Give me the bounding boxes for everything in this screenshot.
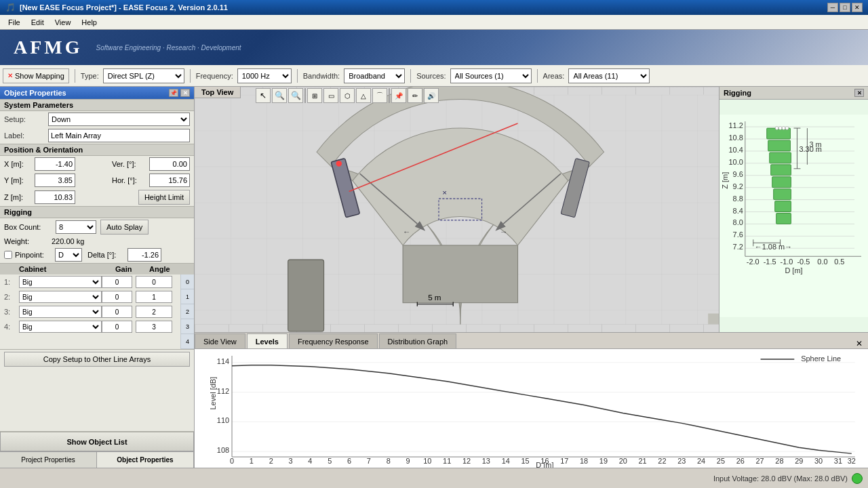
type-select[interactable]: Direct SPL (Z) [103,68,184,83]
triangle-tool[interactable]: △ [356,88,371,103]
svg-text:10.8: 10.8 [729,134,743,142]
x-input[interactable] [35,157,75,171]
svg-text:Sphere Line: Sphere Line [801,354,841,363]
left-panel: Object Properties 📌 ✕ System Parameters … [0,87,195,468]
panel-close-button[interactable]: ✕ [180,89,190,97]
top-view[interactable]: Top View ↖ 🔍 🔍 ⊞ ▭ ⬡ △ ⌒ 📌 ✏ 🔊 [195,87,719,332]
cabinet-4-select[interactable]: Big [19,321,102,333]
label-input[interactable] [48,129,190,142]
sources-select[interactable]: All Sources (1) [450,68,532,83]
menu-file[interactable]: File [3,17,26,28]
ver-input[interactable] [149,157,190,171]
copy-setup-button[interactable]: Copy Setup to Other Line Arrays [4,352,190,367]
delta-input[interactable] [127,248,161,262]
pinpoint-select[interactable]: DABCE [55,248,82,262]
project-properties-tab[interactable]: Project Properties [0,452,97,468]
levels-tab[interactable]: Levels [247,333,288,348]
toolbar-divider-1 [75,69,75,83]
svg-text:28: 28 [775,457,783,465]
areas-label: Areas: [543,72,565,80]
setup-label: Setup: [4,115,48,123]
angle-1-input[interactable] [136,276,172,288]
auto-splay-button[interactable]: Auto Splay [100,220,149,235]
svg-rect-51 [774,189,791,200]
toolbar-divider-4 [410,69,411,83]
polygon-tool[interactable]: ⬡ [340,88,355,103]
rigging-close-button[interactable]: ✕ [854,89,864,97]
panel-pin-button[interactable]: 📌 [169,89,178,97]
pinpoint-checkbox[interactable] [4,251,12,259]
show-object-list-button[interactable]: Show Object List [0,431,194,451]
menu-edit[interactable]: Edit [26,17,50,28]
side-view-tab[interactable]: Side View [195,333,245,348]
menubar: File Edit View Help [0,15,868,30]
object-properties-tab[interactable]: Object Properties [97,452,194,468]
gain-4-input[interactable] [102,321,132,333]
gain-2-input[interactable] [102,291,132,303]
y-input[interactable] [35,174,75,187]
view-toolbar: ↖ 🔍 🔍 ⊞ ▭ ⬡ △ ⌒ 📌 ✏ 🔊 [256,88,439,103]
gain-col-header: Gain [115,265,149,273]
angle-4-input[interactable] [136,321,172,333]
svg-text:32: 32 [848,457,856,465]
table-row: 4: Big [0,319,180,334]
areas-select[interactable]: All Areas (11) [568,68,650,83]
z-label: Z [m]: [4,193,35,201]
svg-text:108: 108 [217,446,229,454]
top-view-scene: × ← → 5 m [195,87,719,332]
angle-2-input[interactable] [136,291,172,303]
angle-num-1: 1 [181,289,194,304]
speaker-tool[interactable]: 🔊 [424,88,439,103]
curve-tool[interactable]: ⌒ [372,88,387,103]
show-mapping-button[interactable]: ✕ Show Mapping [3,68,69,83]
gain-3-input[interactable] [102,306,132,318]
cabinet-1-select[interactable]: Big [19,276,102,288]
titlebar: 🎵 [New EASE Focus Project*] - EASE Focus… [0,0,868,15]
object-properties-title: Object Properties [4,89,66,97]
svg-text:-1.0: -1.0 [781,258,793,266]
cabinet-scroll[interactable]: 1: Big 2: Big 3: Big [0,274,180,342]
pin-tool[interactable]: 📌 [391,88,406,103]
svg-text:29: 29 [795,457,803,465]
svg-text:8: 8 [387,457,391,465]
svg-point-57 [785,127,789,130]
position-section: Position & Orientation [0,144,194,156]
zoom-out-tool[interactable]: 🔍 [288,88,303,103]
minimize-button[interactable]: ─ [827,3,838,12]
bandwidth-select[interactable]: Broadband [344,68,405,83]
box-count-select[interactable]: 84567910 [56,220,96,234]
frequency-response-tab[interactable]: Frequency Response [289,333,378,348]
rigging-section: Rigging [0,206,194,218]
cabinet-2-select[interactable]: Big [19,291,102,303]
menu-view[interactable]: View [50,17,77,28]
pencil-tool[interactable]: ✏ [408,88,422,103]
menu-help[interactable]: Help [76,17,102,28]
grid-tool[interactable]: ⊞ [307,88,322,103]
bottom-panel-close[interactable]: ✕ [853,339,865,348]
svg-rect-47 [768,140,791,151]
height-limit-button[interactable]: Height Limit [138,190,190,205]
gain-1-input[interactable] [102,276,132,288]
maximize-button[interactable]: □ [840,3,850,12]
hor-input[interactable] [149,174,190,187]
table-row: 3: Big [0,304,180,319]
svg-rect-18 [708,314,719,325]
angle-num-2: 2 [181,304,194,319]
z-input[interactable] [35,190,75,204]
zoom-in-tool[interactable]: 🔍 [272,88,287,103]
row-num-1: 1: [4,278,19,286]
select-tool[interactable]: ↖ [256,88,271,103]
distribution-graph-tab[interactable]: Distribution Graph [379,333,457,348]
svg-rect-50 [772,177,791,188]
angle-3-input[interactable] [136,306,172,318]
setup-select[interactable]: DownUpLeftRight [48,113,190,126]
svg-text:25: 25 [717,457,725,465]
x-ver-row: X [m]: Ver. [°]: [0,156,194,172]
box-count-row: Box Count: 84567910 Auto Splay [0,218,194,236]
frequency-select[interactable]: 1000 Hz [237,68,292,83]
close-button[interactable]: ✕ [852,3,863,12]
input-voltage-status: Input Voltage: 28.0 dBV (Max: 28.0 dBV) [713,474,848,483]
cabinet-3-select[interactable]: Big [19,306,102,318]
svg-text:8.0: 8.0 [733,218,743,226]
rectangle-tool[interactable]: ▭ [323,88,338,103]
